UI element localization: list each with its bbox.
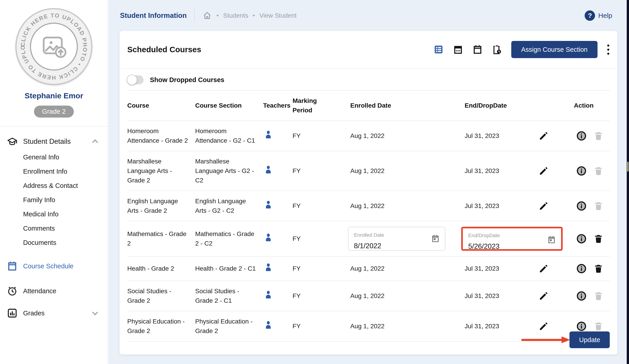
calendar-picker-icon[interactable] [547, 235, 556, 244]
trash-icon [594, 131, 603, 141]
sidebar-item-comments[interactable]: Comments [0, 221, 108, 236]
edit-pencil-icon[interactable] [539, 201, 549, 211]
info-icon[interactable] [576, 166, 587, 176]
marking-period-cell: FY [293, 259, 332, 279]
info-icon[interactable] [576, 263, 587, 274]
sidebar-item-course-schedule[interactable]: Course Schedule [0, 256, 108, 276]
breadcrumb-students[interactable]: Students [223, 12, 248, 19]
column-header-course: Course [127, 95, 195, 116]
student-name: Stephanie Emor [0, 91, 108, 100]
chevron-down-icon[interactable] [91, 309, 100, 318]
sidebar-item-label: Documents [23, 239, 56, 246]
edit-pencil-icon[interactable] [539, 321, 549, 331]
teacher-icon[interactable] [263, 262, 274, 273]
sidebar-item-general-info[interactable]: General Info [0, 150, 108, 164]
sidebar-item-address-contact[interactable]: Address & Contact [0, 179, 108, 193]
table-row: Social Studies - Grade 2 Social Studies … [127, 281, 610, 311]
home-icon[interactable] [202, 11, 212, 20]
calendar-icon [7, 261, 18, 272]
edit-pencil-icon[interactable] [539, 291, 549, 301]
info-icon[interactable] [576, 131, 587, 141]
end-dropdate-cell: Jul 31, 2023 [465, 201, 499, 211]
alarm-clock-icon [7, 285, 18, 296]
table-header-row: Course Course Section Teachers Marking P… [127, 90, 610, 121]
update-button[interactable]: Update [569, 331, 610, 348]
end-dropdate-cell: Jul 31, 2023 [465, 264, 499, 273]
calendar-dots-icon[interactable] [453, 44, 463, 55]
column-header-course-section: Course Section [195, 95, 263, 116]
teacher-icon[interactable] [263, 164, 274, 175]
edit-pencil-icon[interactable] [539, 264, 549, 273]
table-row-editing: Mathematics - Grade 2 Mathematics - Grad… [127, 221, 610, 257]
sidebar: CLICK HERE TO UPLOAD PHOTO • CLICK HERE … [0, 0, 108, 364]
scrollbar-thumb[interactable] [627, 162, 629, 172]
course-cell: Homeroom Attendance - Grade 2 [127, 121, 195, 151]
sidebar-item-family-info[interactable]: Family Info [0, 193, 108, 207]
end-dropdate-cell: Jul 31, 2023 [465, 291, 499, 301]
end-dropdate-cell: Jul 31, 2023 [465, 166, 499, 176]
info-icon[interactable] [576, 201, 587, 211]
enrolled-date-cell: Aug 1, 2022 [332, 286, 445, 306]
title-divider [194, 9, 195, 22]
photo-upload-button[interactable]: CLICK HERE TO UPLOAD PHOTO • CLICK HERE … [15, 8, 92, 85]
course-section-cell: English Language Arts - G2 - C2 [195, 191, 263, 221]
kebab-menu-icon[interactable] [607, 43, 610, 56]
info-icon[interactable] [576, 321, 587, 331]
info-icon[interactable] [576, 234, 587, 244]
help-icon: ? [585, 10, 595, 21]
scrollbar[interactable] [627, 0, 629, 364]
top-bar: Student Information • Students • View St… [109, 0, 627, 31]
card-header: Scheduled Courses Assign Course Section [120, 31, 618, 69]
enrolled-date-cell: Aug 1, 2022 [332, 161, 445, 181]
sidebar-item-attendance[interactable]: Attendance [0, 280, 108, 301]
sidebar-item-label: General Info [23, 154, 59, 161]
course-section-cell: Mathematics - Grade 2 - C2 [195, 224, 263, 254]
end-dropdate-cell: Jul 31, 2023 [465, 322, 499, 331]
sidebar-item-student-details[interactable]: Student Details [0, 133, 108, 150]
toggle-label: Show Dropped Courses [150, 76, 224, 84]
end-dropdate-field-value: 5/26/2023 [468, 242, 556, 251]
sidebar-item-medical-info[interactable]: Medical Info [0, 207, 108, 221]
trash-icon [594, 291, 603, 301]
calendar-picker-icon[interactable] [431, 234, 440, 243]
sidebar-item-grades[interactable]: Grades [0, 303, 108, 324]
sidebar-item-documents[interactable]: Documents [0, 236, 108, 250]
teacher-icon[interactable] [263, 199, 274, 210]
table-row: English Language Arts - Grade 2 English … [127, 191, 610, 221]
breadcrumb-separator: • [253, 12, 255, 19]
teacher-icon[interactable] [263, 129, 274, 140]
edit-pencil-icon[interactable] [539, 131, 549, 141]
end-dropdate-field-highlighted[interactable]: End/DropDate 5/26/2023 [461, 227, 563, 251]
calendar-icon[interactable] [472, 44, 483, 55]
info-icon[interactable] [576, 291, 587, 301]
enrolled-date-cell: Aug 1, 2022 [332, 126, 445, 146]
chevron-up-icon[interactable] [91, 137, 100, 146]
table-row: Health - Grade 2 Health - Grade 2 - C1 F… [127, 257, 610, 281]
marking-period-cell: FY [293, 126, 332, 146]
sidebar-item-label: Grades [23, 309, 91, 317]
enrolled-date-field[interactable]: Enrolled Date 8/1/2022 [348, 227, 445, 251]
enrolled-date-field-label: Enrolled Date [354, 230, 440, 240]
teacher-icon[interactable] [263, 232, 274, 243]
list-view-icon[interactable] [433, 44, 444, 55]
enrolled-date-field-value: 8/1/2022 [354, 241, 440, 251]
course-cell: English Language Arts - Grade 2 [127, 191, 195, 221]
edit-pencil-icon[interactable] [539, 166, 549, 176]
course-section-cell: Social Studies - Grade 2 - C1 [195, 281, 263, 311]
trash-icon[interactable] [594, 234, 603, 244]
grade-badge: Grade 2 [34, 105, 74, 118]
course-cell: Mathematics - Grade 2 [127, 224, 195, 254]
teacher-icon[interactable] [263, 320, 274, 330]
breadcrumb-view-student[interactable]: View Student [259, 12, 297, 19]
show-dropped-courses-toggle[interactable] [127, 75, 144, 84]
sidebar-item-enrollment-info[interactable]: Enrollment Info [0, 164, 108, 179]
trash-icon[interactable] [594, 264, 603, 273]
end-dropdate-cell: Jul 31, 2023 [465, 131, 499, 141]
assign-course-section-button[interactable]: Assign Course Section [511, 41, 598, 58]
course-cell: Health - Grade 2 [127, 259, 195, 279]
teacher-icon[interactable] [263, 289, 274, 300]
help-button[interactable]: ? Help [585, 10, 612, 21]
sidebar-item-label: Student Details [23, 137, 91, 146]
clipboard-clock-icon[interactable] [492, 44, 502, 55]
enrolled-date-cell: Aug 1, 2022 [332, 259, 445, 279]
